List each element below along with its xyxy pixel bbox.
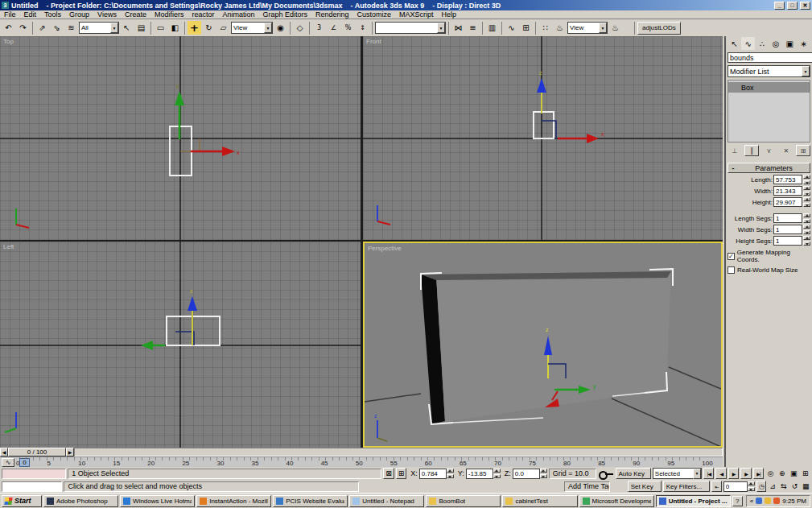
width-segs-spinner[interactable] xyxy=(803,225,810,234)
help-button[interactable]: ? xyxy=(732,496,743,506)
time-slider-track[interactable] xyxy=(74,448,723,456)
frame-marker[interactable]: 0 xyxy=(19,458,30,467)
viewport-label[interactable]: Front xyxy=(366,38,381,45)
arc-rotate-icon[interactable]: ↺ xyxy=(790,481,800,492)
quick-render-icon[interactable]: ♨ xyxy=(608,21,622,35)
tray-app-icon[interactable] xyxy=(773,498,780,504)
angle-snap-icon[interactable]: ∠ xyxy=(327,21,340,35)
next-frame-icon[interactable]: ▶ xyxy=(740,468,751,479)
zoom-extents-icon[interactable]: ▣ xyxy=(789,468,798,479)
maximize-viewport-icon[interactable]: ▦ xyxy=(801,481,810,492)
curve-editor-icon[interactable]: ∿ xyxy=(505,21,518,35)
x-spinner[interactable] xyxy=(447,469,454,478)
viewport-left[interactable]: Left z xyxy=(0,242,361,448)
set-key-button[interactable]: Set Key xyxy=(628,481,662,492)
time-configuration-icon[interactable]: ◷ xyxy=(756,481,767,492)
height-spinner[interactable] xyxy=(803,197,810,207)
length-segs-spinner[interactable] xyxy=(803,213,810,223)
zoom-extents-all-icon[interactable]: ⊞ xyxy=(801,468,810,479)
key-mode-dropdown[interactable]: Selected ▼ xyxy=(653,468,702,479)
width-segs-field[interactable] xyxy=(773,225,802,234)
x-coordinate-field[interactable] xyxy=(419,469,447,479)
taskbar-item[interactable]: BoomBot xyxy=(426,495,501,507)
viewport-front-canvas[interactable]: z x xyxy=(363,36,723,240)
tray-chevron-icon[interactable]: « xyxy=(750,498,753,505)
current-frame-field[interactable] xyxy=(723,481,748,492)
length-field[interactable] xyxy=(773,175,802,184)
select-and-move-icon[interactable]: + xyxy=(188,21,201,35)
height-segs-field[interactable] xyxy=(773,236,802,246)
maxscript-mini-listener-white[interactable] xyxy=(2,481,62,492)
add-time-tag[interactable]: Add Time Tag xyxy=(564,481,610,492)
menu-item[interactable]: Graph Editors xyxy=(259,10,312,19)
select-and-manipulate-icon[interactable]: ◇ xyxy=(293,21,307,35)
menu-item[interactable]: Tools xyxy=(40,10,65,19)
layer-manager-icon[interactable]: ▥ xyxy=(485,21,499,35)
zoom-all-icon[interactable]: ⊕ xyxy=(777,468,787,479)
modify-tab-icon[interactable]: ∿ xyxy=(741,37,755,50)
go-to-end-icon[interactable]: ▶| xyxy=(753,468,764,479)
time-slider-next-icon[interactable]: ▶ xyxy=(66,448,74,456)
auto-key-button[interactable]: Auto Key xyxy=(616,468,651,479)
y-spinner[interactable] xyxy=(493,469,501,478)
viewport-perspective[interactable]: Perspective z y z xyxy=(363,242,723,448)
taskbar-item[interactable]: PCIS Website Evaluatio... xyxy=(273,495,348,507)
viewport-top[interactable]: Top x y xyxy=(0,36,361,240)
motion-tab-icon[interactable]: ◎ xyxy=(769,37,783,50)
viewport-label[interactable]: Left xyxy=(3,243,14,250)
time-slider-handle[interactable]: 0 / 100 xyxy=(8,448,66,456)
y-coordinate-field[interactable] xyxy=(466,469,493,479)
percent-snap-icon[interactable]: % xyxy=(341,21,355,35)
minimize-button[interactable]: _ xyxy=(774,2,785,10)
taskbar-item[interactable]: cabinetTest xyxy=(502,495,577,507)
taskbar-item[interactable]: Microsoft Development ... xyxy=(579,495,654,507)
menu-item[interactable]: MAXScript xyxy=(395,10,438,19)
height-segs-spinner[interactable] xyxy=(803,236,810,246)
menu-item[interactable]: Animation xyxy=(218,10,258,19)
render-preset-dropdown[interactable]: View ▼ xyxy=(567,22,608,34)
utilities-tab-icon[interactable]: ∗ xyxy=(797,37,810,50)
remove-modifier-icon[interactable]: ✕ xyxy=(779,145,793,156)
menu-item[interactable]: Create xyxy=(121,10,150,19)
material-editor-icon[interactable]: ∷ xyxy=(538,21,552,35)
go-to-start-icon[interactable]: |◀ xyxy=(703,468,714,479)
redo-icon[interactable]: ↷ xyxy=(16,21,30,35)
taskbar-item[interactable]: Untitled - Notepad xyxy=(349,495,424,507)
make-unique-icon[interactable]: ⋎ xyxy=(762,145,777,156)
width-field[interactable] xyxy=(773,186,802,196)
pan-icon[interactable]: ⇆ xyxy=(779,481,789,492)
adjust-lods-button[interactable]: adjustLODs xyxy=(637,22,681,35)
create-tab-icon[interactable]: ↖ xyxy=(728,37,741,50)
viewport-perspective-canvas[interactable]: z y z xyxy=(365,243,721,446)
select-and-link-icon[interactable]: ⇗ xyxy=(35,21,49,35)
display-tab-icon[interactable]: ▣ xyxy=(783,37,797,50)
close-button[interactable]: ✕ xyxy=(800,2,810,10)
absolute-mode-icon[interactable]: ⊞ xyxy=(396,468,406,479)
parameters-rollout-header[interactable]: - Parameters xyxy=(728,163,810,173)
width-spinner[interactable] xyxy=(803,186,810,196)
menu-item[interactable]: Rendering xyxy=(311,10,353,19)
window-crossing-icon[interactable]: ◧ xyxy=(168,21,182,35)
modifier-stack-item[interactable]: Box xyxy=(728,82,810,93)
maxscript-mini-listener-pink[interactable] xyxy=(2,469,66,479)
menu-item[interactable]: Help xyxy=(438,10,461,19)
lock-selection-icon[interactable]: ⊠ xyxy=(383,468,394,479)
start-button[interactable]: Start xyxy=(2,495,42,507)
generate-mapping-checkbox[interactable]: ✓ xyxy=(728,253,735,260)
modifier-list-dropdown[interactable]: Modifier List ▼ xyxy=(728,65,810,77)
play-icon[interactable]: ▶ xyxy=(728,468,739,479)
select-object-icon[interactable]: ↖ xyxy=(120,21,134,35)
undo-icon[interactable]: ↶ xyxy=(2,21,15,35)
select-and-rotate-icon[interactable]: ↻ xyxy=(202,21,216,35)
z-spinner[interactable] xyxy=(540,469,547,478)
tray-app-icon[interactable] xyxy=(765,498,771,504)
modifier-stack[interactable]: Box xyxy=(728,80,810,142)
menu-item[interactable]: File xyxy=(0,10,20,19)
viewport-label[interactable]: Top xyxy=(3,38,14,45)
menu-item[interactable]: Views xyxy=(93,10,121,19)
time-slider-prev-icon[interactable]: ◀ xyxy=(0,448,8,456)
tray-app-icon[interactable] xyxy=(756,498,762,504)
mirror-icon[interactable]: ⋈ xyxy=(451,21,465,35)
taskbar-item[interactable]: Untitled - Project ... xyxy=(656,495,731,507)
align-icon[interactable]: ≡ xyxy=(466,21,480,35)
